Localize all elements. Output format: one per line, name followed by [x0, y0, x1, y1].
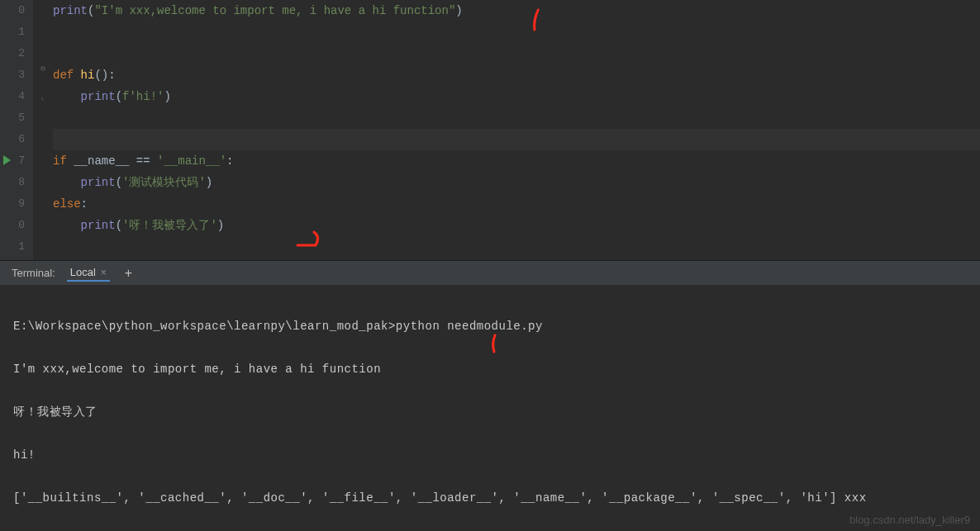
terminal-header: Terminal: Local × + [0, 261, 980, 286]
line-number: 7 [0, 150, 25, 172]
add-terminal-button[interactable]: + [121, 266, 136, 281]
line-number: 0 [0, 0, 25, 21]
line-number: 9 [0, 193, 25, 215]
code-line-current[interactable] [53, 129, 980, 150]
line-number: 8 [0, 172, 25, 193]
terminal-tab-local[interactable]: Local × [67, 264, 110, 282]
fold-icon[interactable]: ⊖ [38, 64, 48, 74]
terminal-panel: Terminal: Local × + E:\Workspace\python_… [0, 260, 980, 531]
terminal-output[interactable]: E:\Workspace\python_workspace\learnpy\le… [0, 286, 980, 531]
code-line[interactable] [53, 43, 980, 64]
line-number: 2 [0, 43, 25, 64]
line-number: 3 [0, 64, 25, 86]
line-number: 6 [0, 129, 25, 150]
terminal-line: ['__builtins__', '__cached__', '__doc__'… [13, 487, 967, 509]
run-gutter-icon[interactable] [3, 155, 11, 165]
terminal-title: Terminal: [12, 267, 55, 279]
code-line[interactable]: print('呀！我被导入了') [53, 215, 980, 236]
code-line[interactable]: print("I'm xxx,welcome to import me, i h… [53, 0, 980, 21]
fold-end-icon: ⌞ [38, 92, 48, 102]
close-icon[interactable]: × [101, 267, 107, 278]
code-line[interactable]: if __name__ == '__main__': [53, 150, 980, 172]
code-line[interactable]: ⌞ print(f'hi!') [53, 86, 980, 107]
terminal-line: hi! [13, 444, 967, 466]
line-number: 5 [0, 107, 25, 129]
line-number: 1 [0, 236, 25, 258]
line-number-gutter: 0 1 2 3 4 5 6 7 8 9 0 1 [0, 0, 33, 260]
code-line[interactable] [53, 236, 980, 258]
line-number: 4 [0, 86, 25, 107]
line-number: 1 [0, 21, 25, 43]
line-number: 0 [0, 215, 25, 236]
watermark: blog.csdn.net/lady_killer9 [849, 514, 970, 526]
terminal-line: 呀！我被导入了 [13, 401, 967, 423]
code-line[interactable] [53, 21, 980, 43]
code-line[interactable]: else: [53, 193, 980, 215]
annotation-mark-3 [446, 312, 502, 384]
code-line[interactable]: print('测试模块代码') [53, 172, 980, 193]
code-editor[interactable]: 0 1 2 3 4 5 6 7 8 9 0 1 print("I'm xxx,w… [0, 0, 980, 260]
code-content[interactable]: print("I'm xxx,welcome to import me, i h… [33, 0, 980, 260]
code-line[interactable] [53, 107, 980, 129]
terminal-tab-label: Local [70, 266, 96, 278]
code-line[interactable]: ⊖def hi(): [53, 64, 980, 86]
